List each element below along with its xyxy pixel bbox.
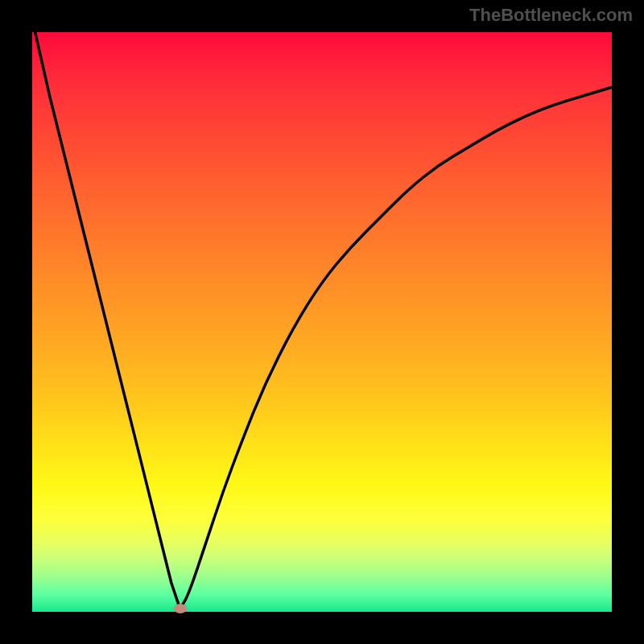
curve-svg <box>32 32 612 612</box>
optimal-point-marker <box>174 604 187 613</box>
bottleneck-curve <box>35 32 612 609</box>
plot-area <box>32 32 612 612</box>
watermark-text: TheBottleneck.com <box>469 5 633 26</box>
chart-frame: TheBottleneck.com <box>0 0 644 644</box>
